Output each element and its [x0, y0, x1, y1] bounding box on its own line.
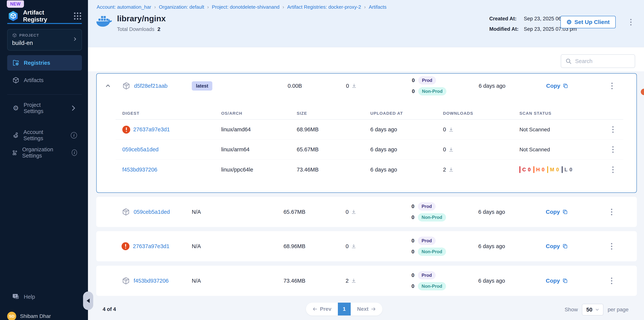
digest-os-arch: linux/amd64 [221, 126, 297, 133]
breadcrumb-registry[interactable]: Artifact Registries: docker-proxy-2 [287, 4, 361, 10]
prod-badge: Prod [418, 76, 436, 84]
app-switcher-icon[interactable] [74, 12, 81, 20]
copy-button[interactable]: Copy [525, 83, 589, 89]
download-icon [448, 147, 454, 152]
sidebar-item-help[interactable]: ? Help [7, 289, 82, 304]
nonprod-count: 0 [412, 249, 414, 255]
current-page[interactable]: 1 [338, 303, 351, 316]
breadcrumb-artifacts[interactable]: Artifacts [369, 4, 386, 10]
setup-client-button[interactable]: ⚙ Set Up Client [560, 16, 616, 28]
help-chat-icon: ? [12, 293, 20, 300]
total-downloads-value: 2 [158, 26, 160, 32]
total-downloads-label: Total Downloads [117, 26, 154, 32]
copy-button[interactable]: Copy [525, 278, 589, 284]
project-selector[interactable]: PROJECT build-en [7, 29, 82, 50]
version-updated: 6 days ago [459, 209, 525, 215]
nonprod-badge: Non-Prod [418, 213, 446, 222]
sidebar-item-label: Account Settings [24, 129, 62, 142]
prod-count: 0 [412, 77, 415, 84]
version-card: 27637a97e3d1 N/A 68.96MB 0 0Prod 0Non-Pr… [96, 231, 637, 261]
copy-label: Copy [546, 243, 560, 250]
warning-icon [122, 126, 130, 134]
user-name: Shibam Dhar [20, 313, 51, 319]
version-name-link[interactable]: f453bd937206 [134, 278, 168, 284]
digest-size: 68.96MB [297, 126, 370, 133]
digest-actions-kebab[interactable] [611, 165, 615, 174]
digest-link[interactable]: 27637a97e3d1 [133, 126, 170, 133]
info-icon[interactable]: i [71, 132, 77, 138]
gear-icon: ⚙ [566, 19, 572, 25]
scan-severity-summary: C0 H0 M0 L0 [520, 166, 602, 173]
repo-actions-kebab[interactable] [629, 17, 633, 27]
digest-link[interactable]: 059ceb5a1ded [122, 146, 158, 153]
sidebar-item-organization-settings[interactable]: Organization Settings i [7, 145, 82, 160]
severity-critical: C0 [520, 166, 531, 173]
chevron-up-icon [105, 83, 111, 89]
breadcrumb-organization[interactable]: Organization: default [159, 4, 204, 10]
breadcrumb-separator: › [282, 4, 284, 10]
version-downloads: 0 [346, 243, 348, 250]
chevron-down-icon [595, 308, 599, 312]
version-card: 059ceb5a1ded N/A 65.67MB 0 0Prod 0Non-Pr… [96, 197, 637, 227]
next-page-button[interactable]: Next [351, 303, 382, 316]
digest-actions-kebab[interactable] [611, 145, 615, 154]
column-downloads: DOWNLOADS [443, 111, 520, 116]
breadcrumb-separator: › [364, 4, 366, 10]
copy-button[interactable]: Copy [525, 243, 589, 250]
version-actions-kebab[interactable] [610, 81, 614, 91]
download-icon [351, 278, 356, 284]
severity-low: L0 [562, 166, 572, 173]
svg-text:?: ? [14, 294, 16, 298]
tag-value: N/A [192, 278, 201, 284]
version-row: 27637a97e3d1 N/A 68.96MB 0 0Prod 0Non-Pr… [96, 231, 637, 261]
digest-size: 65.67MB [297, 146, 370, 153]
digest-downloads: 0 [443, 146, 446, 153]
tag-value: N/A [192, 243, 201, 249]
sidebar-item-registries[interactable]: Registries [7, 55, 82, 70]
nonprod-count: 0 [412, 88, 415, 94]
registries-icon [12, 59, 20, 66]
digest-row: f453bd937206 linux/ppc64le 73.46MB 6 day… [116, 160, 623, 180]
version-name-link[interactable]: 059ceb5a1ded [134, 209, 170, 215]
version-name-link[interactable]: 27637a97e3d1 [133, 243, 170, 250]
pagination: Prev 1 Next [306, 303, 382, 316]
collapse-row-button[interactable] [97, 83, 119, 89]
arrow-left-icon [312, 306, 318, 312]
sidebar-item-artifacts[interactable]: Artifacts [7, 72, 82, 88]
project-value: build-en [12, 40, 77, 46]
version-actions-kebab[interactable] [610, 207, 614, 217]
nonprod-count: 0 [412, 214, 414, 220]
version-size: 68.96MB [270, 243, 319, 250]
project-label: PROJECT [19, 33, 39, 38]
copy-button[interactable]: Copy [525, 209, 589, 215]
artifact-list: d5f28ef21aab latest 0.00B 0 0Prod 0Non-P… [88, 71, 644, 320]
page-size-select[interactable]: 50 [582, 304, 604, 316]
search-input[interactable] [575, 58, 630, 64]
breadcrumb-account[interactable]: Account: automation_har [97, 4, 151, 10]
version-name-link[interactable]: d5f28ef21aab [134, 83, 168, 89]
column-digest: DIGEST [116, 111, 221, 116]
breadcrumb-project[interactable]: Project: donotdelete-shivanand [212, 4, 279, 10]
digest-link[interactable]: f453bd937206 [122, 166, 157, 173]
user-menu[interactable]: SD Shibam Dhar [7, 312, 51, 320]
version-updated: 6 days ago [459, 278, 525, 284]
sidebar-collapse-handle[interactable] [83, 292, 93, 310]
info-icon[interactable]: i [72, 150, 77, 156]
result-count: 4 of 4 [103, 306, 116, 312]
cube-icon [122, 208, 130, 216]
digest-actions-kebab[interactable] [611, 125, 615, 134]
version-downloads: 2 [346, 278, 348, 284]
version-actions-kebab[interactable] [610, 276, 614, 286]
column-scan-status: SCAN STATUS [520, 111, 602, 116]
column-uploaded-at: UPLOADED AT [370, 111, 443, 116]
version-downloads: 0 [346, 209, 348, 215]
download-icon [351, 83, 357, 89]
copy-icon [562, 209, 568, 215]
breadcrumb-separator: › [154, 4, 156, 10]
version-actions-kebab[interactable] [610, 242, 614, 251]
sidebar-item-account-settings[interactable]: Account Settings i [7, 128, 82, 143]
digest-downloads: 2 [443, 166, 446, 173]
sidebar-item-project-settings[interactable]: ⚙ Project Settings [7, 100, 82, 116]
prev-page-button[interactable]: Prev [306, 303, 338, 316]
copy-label: Copy [546, 83, 560, 89]
